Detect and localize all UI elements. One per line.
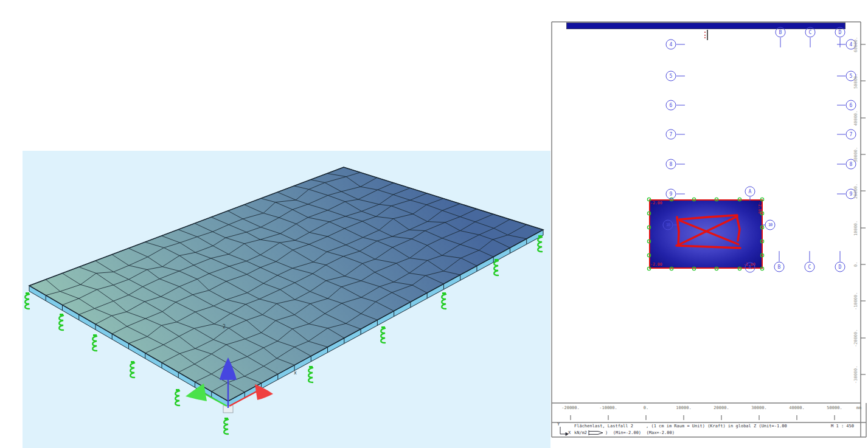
plan-axes-icon <box>560 427 568 436</box>
ruler-x-label: 20000. <box>704 405 738 410</box>
load-corner-value-bl: -2.00 <box>650 262 662 267</box>
ruler-y-label: 50000. <box>851 67 861 95</box>
grid-bubble-bottom-C: C <box>805 262 815 272</box>
axis-x-label: x <box>294 370 297 376</box>
element-number: 2 <box>223 324 226 329</box>
ruler-y-label: 10000. <box>851 214 861 242</box>
grid-bubble-top-C: C <box>805 27 816 38</box>
footer-axis-x-label: X <box>568 430 571 435</box>
application-window: x 2 <box>0 0 868 448</box>
grid-bubble-bottom-B: B <box>774 262 785 272</box>
ruler-y-label: 30000. <box>851 140 861 168</box>
load-color-bar <box>566 22 845 29</box>
support-spring <box>224 418 228 434</box>
grid-bubble-left-9: 9 <box>666 189 676 199</box>
grid-bubble-a-top: A <box>745 187 755 197</box>
ruler-y-label: -20000. <box>851 324 861 352</box>
ruler-y-label: 60000. <box>851 30 861 58</box>
ruler-y-label: 20000. <box>851 177 861 205</box>
scale-label: M 1 : 450 <box>803 424 854 429</box>
ruler-x-label: -20000. <box>554 405 588 410</box>
ruler-y-label: -30000. <box>851 360 861 388</box>
support-spring <box>442 292 446 309</box>
fem-plate[interactable] <box>29 167 543 401</box>
grid-bubble-top-B: B <box>776 27 786 38</box>
support-spring <box>308 366 313 382</box>
footer-line2: kN/m2 ) (Min=-2.00) (Max=-2.00) <box>574 430 675 436</box>
load-corner-value-tr: -2.00 <box>757 202 762 214</box>
grid-bubble-10-left: 10 <box>663 220 673 230</box>
footer-line2-suffix: ) (Min=-2.00) (Max=-2.00) <box>605 430 675 435</box>
grid-bubble-10-right: 10 <box>765 220 776 230</box>
grid-bubble-top-D: D <box>835 27 845 38</box>
3d-canvas: x 2 <box>23 151 550 448</box>
force-arrow-icon <box>588 430 604 436</box>
grid-bubble-left-8: 8 <box>666 159 676 170</box>
support-spring <box>381 326 385 343</box>
grid-bubble-left-4: 4 <box>666 40 676 50</box>
load-corner-value-tl: -2.00 <box>650 201 662 205</box>
grid-bubble-bottom-D: D <box>835 262 845 272</box>
footer-line1: Flächenlast, Lastfall 2 , (1 cm im Raum … <box>574 424 787 429</box>
ruler-x-label: -10000. <box>591 405 625 410</box>
ruler-y-label: 40000. <box>851 104 861 132</box>
ruler-x-label: 50000. <box>818 405 852 410</box>
grid-bubble-left-6: 6 <box>666 100 676 111</box>
footer-axis-y-label: Y <box>557 422 560 427</box>
footer-line2-prefix: kN/m2 <box>574 430 587 435</box>
grid-bubble-left-7: 7 <box>666 129 676 140</box>
ruler-x-label: 10000. <box>667 405 701 410</box>
3d-viewport[interactable]: x 2 <box>23 151 550 448</box>
support-spring <box>92 334 97 351</box>
support-spring <box>59 314 63 330</box>
support-spring <box>538 235 542 252</box>
support-spring <box>175 389 179 405</box>
unit-reference-marker <box>704 30 707 40</box>
ruler-x-label: 40000. <box>780 405 814 410</box>
support-spring <box>494 259 498 275</box>
grid-bubble-a-bottom: A <box>745 263 755 273</box>
ruler-y-label: -10000. <box>851 287 861 315</box>
support-spring <box>25 292 29 309</box>
ruler-x-label: 30000. <box>742 405 776 410</box>
load-area[interactable] <box>649 199 763 269</box>
support-spring <box>130 361 134 377</box>
grid-bubble-left-5: 5 <box>666 71 676 81</box>
ruler-x-label: 0. <box>629 405 663 410</box>
ruler-y-label: 0. <box>851 250 861 278</box>
